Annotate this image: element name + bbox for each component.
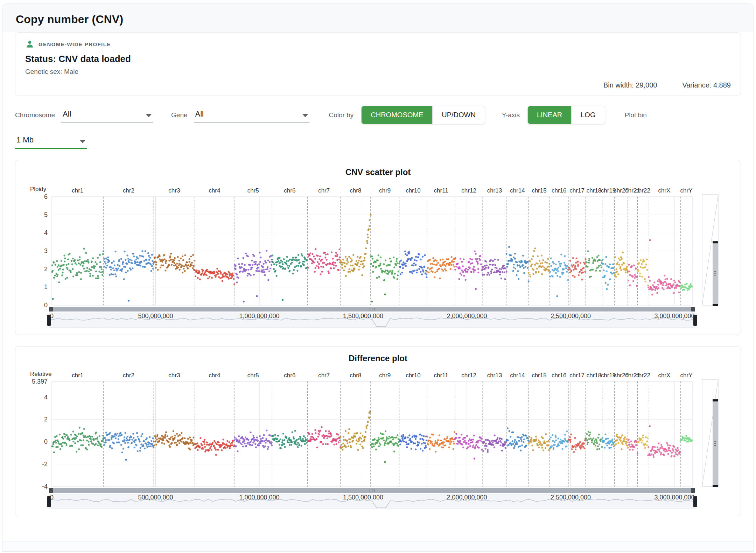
svg-text:chr6: chr6 [284, 187, 295, 194]
svg-text:2,500,000,000: 2,500,000,000 [551, 494, 591, 501]
cnv-scatter-plot[interactable]: 6543210Ploidychr1chr2chr3chr4chr5chr6chr… [20, 180, 733, 332]
svg-text:Ploidy: Ploidy [30, 186, 47, 192]
svg-text:1,500,000,000: 1,500,000,000 [343, 313, 383, 320]
y-scrollbar-bottom-handle[interactable] [713, 304, 718, 306]
plot-bin-select[interactable]: 1 Mb [15, 133, 87, 148]
y-scrollbar-top-handle[interactable] [713, 241, 718, 243]
svg-text:1,000,000,000: 1,000,000,000 [239, 313, 279, 320]
svg-text:chr7: chr7 [318, 187, 330, 194]
svg-text:-2: -2 [42, 461, 48, 468]
svg-text:0: 0 [44, 302, 48, 309]
svg-text:chr1: chr1 [72, 187, 83, 194]
cnv-scatter-card: CNV scatter plot 6543210Ploidychr1chr2ch… [15, 160, 741, 335]
color-by-chromosome-button[interactable]: CHROMOSOME [362, 106, 432, 124]
cnv-scatter-title: CNV scatter plot [20, 167, 736, 177]
chromosome-select[interactable]: All [61, 107, 153, 122]
svg-text:5.397: 5.397 [32, 378, 48, 385]
svg-text:chr22: chr22 [635, 187, 650, 194]
svg-text:chr8: chr8 [350, 372, 361, 379]
color-by-updown-button[interactable]: UP/DOWN [432, 106, 485, 124]
svg-text:chr13: chr13 [487, 372, 502, 379]
svg-text:4: 4 [44, 394, 48, 401]
svg-text:chr9: chr9 [379, 372, 391, 379]
svg-text:chr18: chr18 [587, 187, 602, 194]
svg-text:chr8: chr8 [350, 187, 361, 194]
plot-bin-select-value: 1 Mb [16, 135, 34, 145]
chart-svg: 5.397420-2-4Relativechr1chr2chr3chr4chr5… [20, 366, 733, 512]
yaxis-log-button[interactable]: LOG [571, 106, 604, 124]
section-label: GENOME-WIDE PROFILE [38, 41, 111, 47]
svg-text:-4: -4 [42, 483, 48, 490]
svg-text:chr10: chr10 [406, 372, 421, 379]
svg-text:0: 0 [50, 494, 54, 501]
chevron-down-icon [80, 140, 85, 143]
color-by-toggle: CHROMOSOME UP/DOWN [361, 106, 485, 124]
svg-text:2: 2 [44, 266, 48, 273]
controls-row: Chromosome All Gene All Color by CHROMOS… [15, 106, 741, 124]
difference-plot[interactable]: 5.397420-2-4Relativechr1chr2chr3chr4chr5… [20, 366, 733, 513]
gene-select-value: All [195, 110, 204, 119]
svg-text:chr14: chr14 [510, 187, 525, 194]
svg-text:500,000,000: 500,000,000 [138, 313, 173, 320]
variance-text: Variance: 4.889 [682, 81, 731, 89]
svg-text:chr11: chr11 [434, 187, 448, 194]
y-scrollbar-top-handle[interactable] [713, 399, 718, 401]
svg-text:chr3: chr3 [168, 372, 180, 379]
svg-text:chr17: chr17 [569, 372, 584, 379]
svg-text:1: 1 [44, 284, 48, 290]
section-divider [2, 541, 754, 552]
svg-text:chr18: chr18 [587, 372, 602, 379]
svg-text:chr15: chr15 [532, 372, 547, 379]
svg-text:1,000,000,000: 1,000,000,000 [239, 494, 279, 501]
svg-text:chrY: chrY [680, 187, 693, 194]
plot-bin-row: 1 Mb [15, 133, 741, 149]
svg-text:chr12: chr12 [461, 372, 476, 379]
person-icon [25, 40, 34, 49]
svg-text:0: 0 [50, 313, 54, 320]
difference-plot-card: Difference plot 5.397420-2-4Relativechr1… [15, 346, 741, 516]
svg-text:3: 3 [44, 247, 48, 254]
svg-text:chr4: chr4 [209, 372, 220, 379]
svg-text:Relative: Relative [30, 371, 51, 377]
status-text: Status: CNV data loaded [25, 54, 731, 64]
bin-width-text: Bin width: 29,000 [603, 81, 657, 89]
x-scrollbar-right-cap[interactable] [691, 307, 695, 312]
svg-text:3,000,000,000: 3,000,000,000 [654, 494, 694, 501]
svg-text:chr5: chr5 [247, 372, 259, 379]
svg-text:2,000,000,000: 2,000,000,000 [447, 313, 487, 320]
svg-text:chr2: chr2 [123, 372, 134, 379]
svg-text:3,000,000,000: 3,000,000,000 [654, 313, 694, 320]
svg-text:chr1: chr1 [72, 372, 83, 379]
y-scrollbar-bottom-handle[interactable] [713, 485, 718, 487]
svg-text:chr7: chr7 [318, 372, 330, 379]
x-scrollbar-right-cap[interactable] [691, 488, 695, 493]
gene-label: Gene [171, 111, 187, 119]
chromosome-label: Chromosome [15, 111, 55, 119]
cnv-page: Copy number (CNV) GENOME-WIDE PROFILE St… [2, 4, 754, 552]
x-scrollbar-left-cap[interactable] [49, 307, 53, 312]
svg-text:chr5: chr5 [247, 187, 259, 194]
chromosome-select-value: All [63, 110, 71, 119]
svg-text:chr14: chr14 [510, 372, 525, 379]
svg-text:2,000,000,000: 2,000,000,000 [447, 494, 487, 501]
svg-text:chr17: chr17 [569, 187, 584, 194]
yaxis-linear-button[interactable]: LINEAR [528, 106, 571, 124]
svg-text:chr13: chr13 [487, 187, 502, 194]
chevron-down-icon [302, 114, 308, 117]
plot-bin-label: Plot bin [625, 111, 647, 119]
svg-text:chr16: chr16 [552, 372, 567, 379]
yaxis-toggle: LINEAR LOG [527, 106, 605, 124]
svg-text:chr12: chr12 [461, 187, 476, 194]
chart-svg: 6543210Ploidychr1chr2chr3chr4chr5chr6chr… [20, 180, 733, 330]
svg-text:chr22: chr22 [635, 372, 650, 379]
chevron-down-icon [146, 114, 152, 117]
svg-text:chrX: chrX [658, 187, 670, 194]
genetic-sex-text: Genetic sex: Male [25, 68, 731, 76]
gene-select[interactable]: All [194, 107, 309, 122]
status-card: GENOME-WIDE PROFILE Status: CNV data loa… [15, 32, 741, 96]
svg-text:1,500,000,000: 1,500,000,000 [343, 494, 383, 501]
svg-text:2: 2 [44, 416, 48, 423]
x-scrollbar-left-cap[interactable] [49, 488, 53, 493]
page-title: Copy number (CNV) [16, 13, 740, 26]
svg-text:chr16: chr16 [552, 187, 567, 194]
